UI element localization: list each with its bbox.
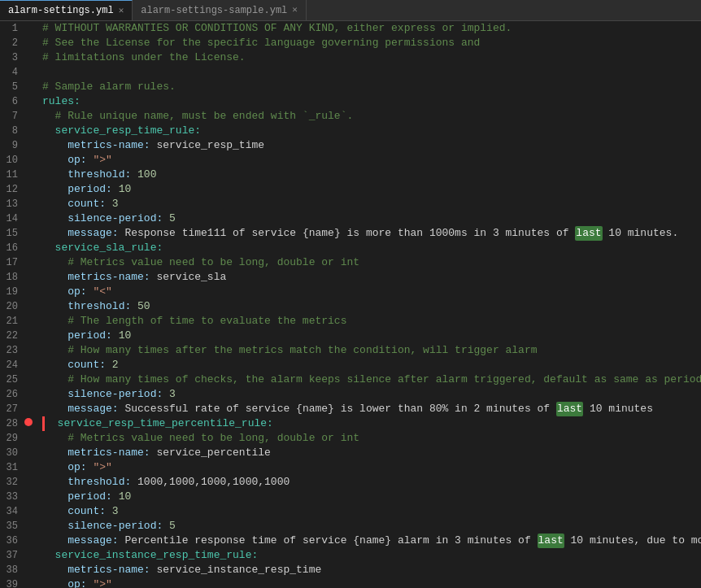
line-number: 12 (3, 182, 18, 197)
rule-key-token: service_resp_time_rule: (55, 124, 201, 138)
code-line: silence-period: 3 (42, 387, 701, 402)
gutter-cell (24, 241, 36, 255)
line-number: 21 (3, 314, 18, 329)
key-token: count: (67, 504, 106, 519)
key-token: op: (67, 577, 86, 588)
key-token: op: (67, 285, 86, 299)
plain-token (106, 358, 112, 372)
code-line: service_resp_time_rule: (42, 124, 701, 138)
plain-token (87, 460, 94, 475)
gutter-cell (24, 124, 36, 138)
line-numbers: 1234567891011121314151617181920212223242… (0, 21, 24, 588)
gutter-cell (24, 226, 36, 241)
plain-token (87, 153, 94, 168)
line-number: 8 (3, 124, 18, 138)
code-line: # Metrics value need to be long, double … (42, 255, 701, 270)
comment-token: # WITHOUT WARRANTIES OR CONDITIONS OF AN… (42, 21, 512, 36)
code-line: threshold: 50 (42, 299, 701, 314)
gutter-cell (24, 372, 36, 387)
string-token: ">" (93, 460, 111, 475)
key-token: metrics-name: (67, 270, 150, 285)
gutter-cell (24, 255, 36, 270)
error-marker-icon (24, 418, 33, 426)
string-token: ">" (93, 153, 111, 168)
code-line: metrics-name: service_instance_resp_time (42, 563, 701, 577)
line-number: 31 (3, 460, 18, 475)
tab-close-icon[interactable]: ✕ (119, 7, 124, 15)
number-token: 100 (137, 168, 156, 182)
line-number: 38 (3, 563, 18, 577)
gutter-cell (24, 504, 36, 519)
code-line: # How many times of checks, the alarm ke… (42, 372, 701, 387)
key-token: silence-period: (67, 387, 163, 402)
highlight-token: last (538, 534, 564, 548)
code-line: metrics-name: service_resp_time (42, 138, 701, 153)
tab-close-icon[interactable]: ✕ (292, 6, 298, 15)
key-token: metrics-name: (67, 138, 150, 153)
tab-bar: alarm-settings.yml✕alarm-settings-sample… (0, 0, 701, 21)
number-token: 2 (112, 358, 119, 372)
gutter-cell (24, 197, 36, 211)
tab-1[interactable]: alarm-settings.yml✕ (0, 0, 133, 20)
gutter-cell (24, 446, 36, 460)
code-line: op: ">" (42, 577, 701, 588)
gutter-cell (24, 387, 36, 402)
plain-token (112, 490, 119, 504)
line-number: 30 (3, 446, 18, 460)
code-line: message: Response time111 of service {na… (42, 226, 701, 241)
line-number: 2 (3, 36, 18, 50)
key-token: count: (67, 358, 106, 372)
gutter-cell (24, 94, 36, 109)
line-number: 22 (3, 329, 18, 343)
code-line: # WITHOUT WARRANTIES OR CONDITIONS OF AN… (42, 21, 701, 36)
comment-token: # limitations under the License. (42, 50, 246, 65)
gutter-cell (24, 50, 36, 65)
tab-label: alarm-settings-sample.yml (141, 5, 287, 16)
code-line: silence-period: 5 (42, 519, 701, 534)
key-token: count: (67, 197, 106, 211)
line-number: 3 (3, 50, 18, 65)
number-token: 10 (119, 490, 132, 504)
plain-token (106, 504, 112, 519)
key-token: message: (67, 226, 118, 241)
plain-token: 10 minutes (583, 402, 653, 416)
key-token: period: (67, 490, 112, 504)
tab-2[interactable]: alarm-settings-sample.yml✕ (133, 0, 307, 20)
gutter-cell (24, 65, 36, 80)
code-line: rules: (42, 94, 701, 109)
line-number: 34 (3, 504, 18, 519)
number-token: 3 (169, 387, 176, 402)
plain-token (131, 168, 137, 182)
gutter-cell (24, 563, 36, 577)
code-line: metrics-name: service_sla (42, 270, 701, 285)
gutter-cell (24, 358, 36, 372)
key-token: metrics-name: (67, 563, 150, 577)
gutter-cell (24, 577, 36, 588)
line-number: 19 (3, 285, 18, 299)
code-line: service_resp_time_percentile_rule: (42, 416, 701, 431)
line-number: 9 (3, 138, 18, 153)
code-line: # The length of time to evaluate the met… (42, 314, 701, 329)
line-number: 23 (3, 343, 18, 358)
line-number: 18 (3, 270, 18, 285)
line-number: 28 (3, 416, 18, 431)
plain-token: service_resp_time (150, 138, 264, 153)
line-number: 25 (3, 372, 18, 387)
line-number: 5 (3, 80, 18, 94)
code-line: threshold: 100 (42, 168, 701, 182)
number-token: 5 (169, 211, 176, 226)
code-line (42, 65, 701, 80)
number-token: 50 (137, 299, 150, 314)
comment-token: # See the License for the specific langu… (42, 36, 480, 50)
gutter-cell (24, 416, 36, 431)
gutter-cell (24, 153, 36, 168)
line-number: 7 (3, 109, 18, 124)
comment-token: # Sample alarm rules. (42, 80, 176, 94)
code-line: op: ">" (42, 460, 701, 475)
gutter-cell (24, 168, 36, 182)
plain-token: Successful rate of service {name} is low… (119, 402, 556, 416)
plain-token (131, 299, 137, 314)
plain-token (112, 182, 119, 197)
line-number: 32 (3, 475, 18, 490)
highlight-token: last (556, 402, 583, 416)
